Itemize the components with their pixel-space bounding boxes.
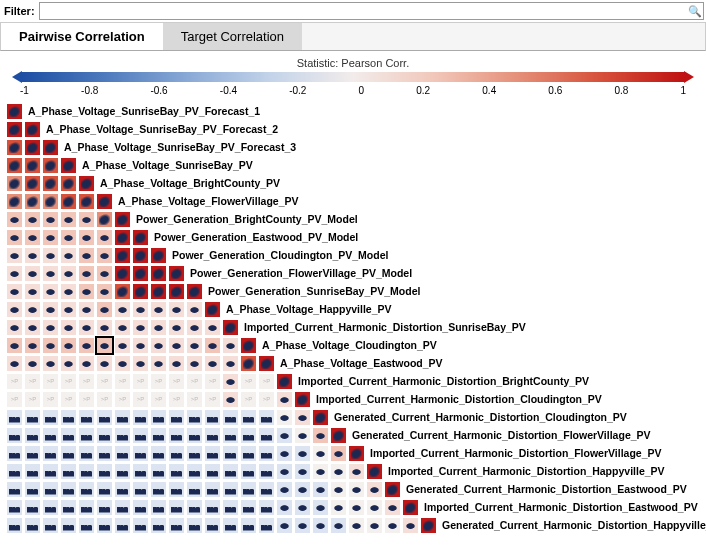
matrix-cell[interactable]: [78, 319, 95, 336]
matrix-cell[interactable]: [60, 499, 77, 516]
matrix-cell[interactable]: [312, 517, 329, 534]
matrix-cell[interactable]: [132, 355, 149, 372]
matrix-cell[interactable]: [294, 481, 311, 498]
matrix-cell[interactable]: [384, 481, 401, 498]
matrix-cell[interactable]: [366, 499, 383, 516]
matrix-cell[interactable]: [114, 481, 131, 498]
matrix-cell[interactable]: [294, 463, 311, 480]
matrix-cell[interactable]: [222, 499, 239, 516]
matrix-cell[interactable]: [150, 409, 167, 426]
matrix-cell[interactable]: [312, 409, 329, 426]
matrix-cell[interactable]: [258, 355, 275, 372]
matrix-cell[interactable]: [24, 319, 41, 336]
matrix-cell[interactable]: [42, 229, 59, 246]
matrix-cell[interactable]: [204, 301, 221, 318]
matrix-cell[interactable]: [42, 463, 59, 480]
matrix-cell[interactable]: [330, 445, 347, 462]
matrix-cell[interactable]: [168, 427, 185, 444]
matrix-cell[interactable]: [24, 175, 41, 192]
matrix-cell[interactable]: [60, 175, 77, 192]
matrix-cell[interactable]: [366, 463, 383, 480]
matrix-cell[interactable]: [366, 517, 383, 534]
matrix-cell[interactable]: >P: [78, 373, 95, 390]
matrix-cell[interactable]: [24, 409, 41, 426]
matrix-cell[interactable]: [60, 409, 77, 426]
matrix-cell[interactable]: [42, 301, 59, 318]
matrix-cell[interactable]: [186, 409, 203, 426]
matrix-cell[interactable]: [132, 445, 149, 462]
matrix-cell[interactable]: [96, 445, 113, 462]
matrix-cell[interactable]: [348, 445, 365, 462]
matrix-cell[interactable]: [150, 499, 167, 516]
matrix-cell[interactable]: [24, 517, 41, 534]
matrix-cell[interactable]: [204, 427, 221, 444]
matrix-cell[interactable]: >P: [168, 373, 185, 390]
matrix-cell[interactable]: [204, 337, 221, 354]
matrix-cell[interactable]: [24, 427, 41, 444]
matrix-cell[interactable]: [312, 427, 329, 444]
matrix-cell[interactable]: [42, 247, 59, 264]
matrix-cell[interactable]: [6, 103, 23, 120]
matrix-cell[interactable]: [78, 445, 95, 462]
matrix-cell[interactable]: [114, 517, 131, 534]
matrix-cell[interactable]: [240, 517, 257, 534]
matrix-cell[interactable]: [42, 139, 59, 156]
matrix-cell[interactable]: >P: [204, 391, 221, 408]
matrix-cell[interactable]: [96, 265, 113, 282]
matrix-cell[interactable]: [294, 391, 311, 408]
matrix-cell[interactable]: [24, 445, 41, 462]
matrix-cell[interactable]: [42, 445, 59, 462]
matrix-cell[interactable]: [168, 265, 185, 282]
matrix-cell[interactable]: [6, 463, 23, 480]
matrix-cell[interactable]: [6, 211, 23, 228]
matrix-cell[interactable]: [6, 409, 23, 426]
matrix-cell[interactable]: [24, 355, 41, 372]
matrix-cell[interactable]: [24, 193, 41, 210]
matrix-cell[interactable]: >P: [204, 373, 221, 390]
tab-target-correlation[interactable]: Target Correlation: [163, 23, 302, 50]
matrix-cell[interactable]: [330, 499, 347, 516]
matrix-cell[interactable]: [132, 517, 149, 534]
matrix-cell[interactable]: [222, 445, 239, 462]
matrix-cell[interactable]: [24, 211, 41, 228]
matrix-cell[interactable]: [24, 121, 41, 138]
matrix-cell[interactable]: >P: [96, 391, 113, 408]
matrix-cell[interactable]: [276, 391, 293, 408]
matrix-cell[interactable]: [168, 355, 185, 372]
matrix-cell[interactable]: [96, 247, 113, 264]
matrix-cell[interactable]: [6, 283, 23, 300]
matrix-cell[interactable]: [42, 211, 59, 228]
matrix-cell[interactable]: [168, 499, 185, 516]
matrix-cell[interactable]: [132, 337, 149, 354]
matrix-cell[interactable]: [6, 175, 23, 192]
matrix-cell[interactable]: [222, 355, 239, 372]
matrix-cell[interactable]: [150, 265, 167, 282]
matrix-cell[interactable]: [114, 409, 131, 426]
matrix-cell[interactable]: [96, 229, 113, 246]
matrix-cell[interactable]: [150, 319, 167, 336]
matrix-cell[interactable]: [420, 517, 437, 534]
matrix-cell[interactable]: [114, 229, 131, 246]
matrix-cell[interactable]: [186, 301, 203, 318]
matrix-cell[interactable]: [24, 463, 41, 480]
matrix-cell[interactable]: [24, 157, 41, 174]
matrix-cell[interactable]: [240, 337, 257, 354]
matrix-cell[interactable]: [294, 427, 311, 444]
matrix-cell[interactable]: [366, 481, 383, 498]
matrix-cell[interactable]: [24, 229, 41, 246]
matrix-cell[interactable]: [258, 445, 275, 462]
matrix-cell[interactable]: [294, 499, 311, 516]
matrix-cell[interactable]: [6, 355, 23, 372]
matrix-cell-selected[interactable]: [96, 337, 113, 354]
matrix-cell[interactable]: >P: [24, 373, 41, 390]
matrix-cell[interactable]: >P: [114, 373, 131, 390]
matrix-cell[interactable]: [132, 427, 149, 444]
matrix-cell[interactable]: >P: [42, 373, 59, 390]
matrix-cell[interactable]: [258, 427, 275, 444]
matrix-cell[interactable]: [222, 373, 239, 390]
matrix-cell[interactable]: [258, 499, 275, 516]
matrix-cell[interactable]: [96, 319, 113, 336]
matrix-cell[interactable]: >P: [168, 391, 185, 408]
matrix-cell[interactable]: [150, 517, 167, 534]
matrix-cell[interactable]: [150, 283, 167, 300]
